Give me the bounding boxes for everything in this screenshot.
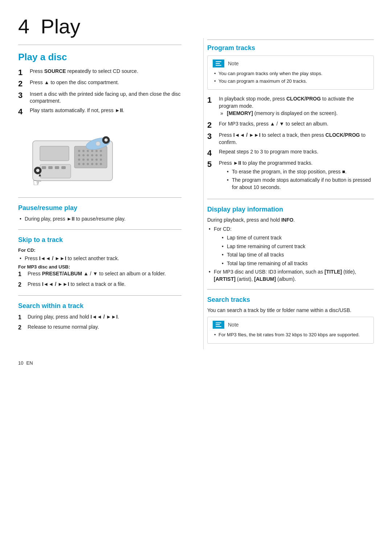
program-step-5: 5 Press ►II to play the programmed track…	[207, 160, 374, 192]
svg-point-19	[95, 159, 98, 161]
program-step-5-sub-2: The program mode stops automatically if …	[225, 177, 374, 191]
program-note-item-2: You can program a maximum of 20 tracks.	[213, 78, 368, 85]
play-disc-title: Play a disc	[18, 52, 181, 63]
search-note-icon	[213, 321, 224, 329]
svg-point-21	[78, 163, 80, 165]
display-info-list: For CD: Lap time of current track Lap ti…	[207, 226, 374, 283]
svg-point-23	[87, 163, 89, 165]
svg-point-6	[91, 150, 93, 152]
skip-track-section: Skip to a track For CD: Press I◄◄ / ►►I …	[18, 236, 181, 289]
pause-resume-item: During play, press ►II to pause/resume p…	[18, 216, 181, 223]
svg-point-4	[82, 150, 85, 152]
search-within-step-2: 2 Release to resume normal play.	[18, 324, 181, 332]
pause-resume-list: During play, press ►II to pause/resume p…	[18, 216, 181, 223]
svg-rect-1	[40, 146, 69, 161]
play-disc-steps: 1 Press SOURCE repeatedly to select CD s…	[18, 68, 181, 116]
play-disc-step-1: 1 Press SOURCE repeatedly to select CD s…	[18, 68, 181, 77]
skip-track-title: Skip to a track	[18, 236, 181, 244]
skip-mp3-step-2: 2 Press I◄◄ / ►►I to select a track or a…	[18, 281, 181, 289]
svg-point-11	[87, 154, 89, 156]
search-tracks-title: Search tracks	[207, 296, 374, 304]
pause-resume-title: Pause/resume play	[18, 204, 181, 212]
note-label: Note	[228, 61, 239, 66]
search-note-list: For MP3 files, the bit rates from 32 kbp…	[213, 332, 368, 338]
svg-point-13	[95, 154, 98, 156]
display-cd-sub-1: Lap time of current track	[220, 234, 374, 242]
display-mp3-item: For MP3 disc and USB: ID3 information, s…	[207, 268, 374, 283]
search-note-item-1: For MP3 files, the bit rates from 32 kbp…	[213, 332, 368, 338]
skip-mp3-step-1: 1 Press PRESET/ALBUM ▲ / ▼ to select an …	[18, 270, 181, 278]
skip-mp3-label: For MP3 disc and USB:	[18, 264, 181, 270]
svg-point-18	[91, 159, 93, 161]
note-icon	[213, 59, 224, 67]
cd-device-illustration: ❶ ▲ ☞ ❷	[22, 123, 181, 191]
footer-page-number: 10	[18, 360, 23, 366]
search-note-box: Note For MP3 files, the bit rates from 3…	[207, 317, 374, 343]
search-tracks-section: Search tracks You can search a track by …	[207, 296, 374, 343]
display-cd-sub-4: Total lap time remaining of all tracks	[220, 260, 374, 267]
svg-point-8	[100, 150, 102, 152]
program-tracks-title: Program tracks	[207, 40, 374, 52]
svg-point-3	[78, 150, 80, 152]
play-disc-section: Play a disc 1 Press SOURCE repeatedly to…	[18, 52, 181, 191]
program-steps: 1 In playback stop mode, press CLOCK/PRO…	[207, 95, 374, 192]
search-within-section: Search within a track 1 During play, pre…	[18, 302, 181, 332]
svg-rect-31	[48, 166, 53, 169]
svg-text:☞: ☞	[33, 177, 42, 188]
page-footer: 10 EN	[18, 360, 374, 366]
search-tracks-intro: You can search a track by title or folde…	[207, 307, 374, 313]
svg-point-24	[91, 163, 93, 165]
svg-point-20	[100, 159, 102, 161]
display-info-section: Display play information During playback…	[207, 206, 374, 283]
program-step-2: 2 For MP3 tracks, press ▲ / ▼ to select …	[207, 120, 374, 130]
display-cd-subs: Lap time of current track Lap time remai…	[214, 234, 374, 267]
play-disc-step-3: 3 Insert a disc with the printed side fa…	[18, 91, 181, 105]
page-title: 4 Play	[18, 15, 374, 38]
svg-text:❷: ❷	[104, 138, 108, 142]
program-step-5-sub-1: To erase the program, in the stop positi…	[225, 168, 374, 176]
display-cd-sub-3: Total lap time of all tracks	[220, 251, 374, 259]
svg-point-5	[87, 150, 89, 152]
skip-for-cd-label: For CD:	[18, 247, 181, 253]
svg-point-10	[82, 154, 85, 156]
svg-rect-33	[61, 166, 66, 169]
program-step-4: 4 Repeat steps 2 to 3 to program more tr…	[207, 148, 374, 157]
program-note-box: Note You can program tracks only when th…	[207, 56, 374, 90]
play-disc-step-4: 4 Play starts automatically. If not, pre…	[18, 107, 181, 116]
program-step-5-subs: To erase the program, in the stop positi…	[219, 168, 374, 191]
footer-lang: EN	[26, 360, 33, 366]
search-within-title: Search within a track	[18, 302, 181, 310]
search-note-label: Note	[228, 322, 239, 328]
program-step-1: 1 In playback stop mode, press CLOCK/PRO…	[207, 95, 374, 118]
svg-point-15	[78, 159, 80, 161]
display-info-title: Display play information	[207, 206, 374, 213]
play-disc-step-2: 2 Press ▲ to open the disc compartment.	[18, 79, 181, 88]
svg-point-29	[96, 141, 100, 146]
display-cd-sub-2: Lap time remaining of current track	[220, 243, 374, 250]
program-note-item-1: You can program tracks only when the pla…	[213, 70, 368, 77]
pause-resume-section: Pause/resume play During play, press ►II…	[18, 204, 181, 223]
skip-cd-item: Press I◄◄ / ►►I to select another track.	[18, 255, 181, 262]
svg-point-22	[82, 163, 85, 165]
svg-rect-32	[55, 166, 59, 169]
search-within-step-1: 1 During play, press and hold I◄◄ / ►►I.	[18, 313, 181, 321]
program-step-1-sub: [MEMORY] (memory is displayed on the scr…	[219, 110, 374, 117]
svg-point-25	[95, 163, 98, 165]
svg-point-7	[95, 150, 98, 152]
svg-point-17	[87, 159, 89, 161]
program-tracks-section: Program tracks Note You can program trac…	[207, 40, 374, 192]
skip-mp3-steps: 1 Press PRESET/ALBUM ▲ / ▼ to select an …	[18, 270, 181, 289]
svg-point-26	[100, 163, 102, 165]
program-note-list: You can program tracks only when the pla…	[213, 70, 368, 85]
skip-cd-bullets: Press I◄◄ / ►►I to select another track.	[18, 255, 181, 262]
svg-point-12	[91, 154, 93, 156]
svg-rect-30	[42, 166, 46, 169]
program-step-3: 3 Press I◄◄ / ►►I to select a track, the…	[207, 132, 374, 146]
svg-point-16	[82, 159, 85, 161]
search-within-steps: 1 During play, press and hold I◄◄ / ►►I.…	[18, 313, 181, 332]
display-info-intro: During playback, press and hold INFO.	[207, 217, 374, 223]
display-for-cd: For CD: Lap time of current track Lap ti…	[207, 226, 374, 267]
svg-point-14	[100, 154, 102, 156]
svg-point-9	[78, 154, 80, 156]
svg-text:▲: ▲	[38, 172, 42, 177]
